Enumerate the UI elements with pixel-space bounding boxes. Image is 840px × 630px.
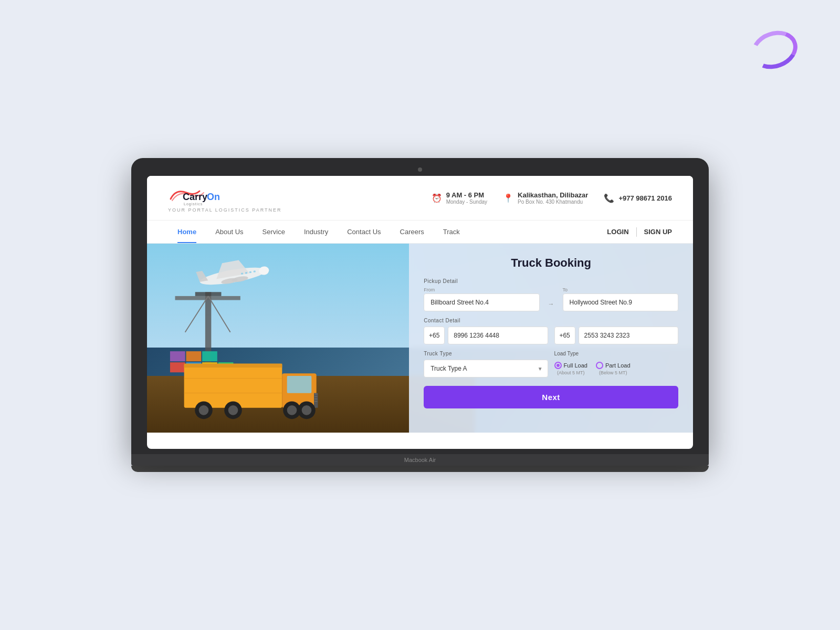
nav-careers[interactable]: Careers: [391, 220, 434, 243]
contact-row: [424, 327, 678, 344]
from-field: From: [424, 287, 539, 311]
signup-link[interactable]: SIGN UP: [644, 228, 672, 236]
laptop-screen: Carry On Logistics YOUR PORTAL LOGISTICS…: [147, 176, 693, 449]
phone-icon: 📞: [604, 193, 614, 203]
arrow-icon: →: [546, 287, 556, 311]
nav-auth: LOGIN SIGN UP: [607, 227, 672, 237]
svg-point-40: [287, 405, 297, 415]
hours-main: 9 AM - 6 PM: [446, 191, 487, 199]
phone1-number[interactable]: [448, 327, 548, 344]
truck-type-select[interactable]: Truck Type A Truck Type B Truck Type C: [424, 360, 548, 377]
phone1-field: [424, 327, 548, 344]
contact-section: Contact Detail: [424, 318, 678, 344]
pickup-section: Pickup Detail From → To: [424, 278, 678, 311]
phone-main: +977 98671 2016: [618, 194, 672, 202]
laptop-body: Carry On Logistics YOUR PORTAL LOGISTICS…: [131, 158, 709, 454]
truck-area: [174, 349, 321, 433]
svg-text:Logistics: Logistics: [184, 202, 203, 206]
svg-text:Carry: Carry: [183, 192, 207, 202]
full-load-sub: (About 5 MT): [557, 370, 585, 375]
full-load-option[interactable]: Full Load (About 5 MT): [554, 362, 587, 375]
truck-svg: [174, 349, 321, 433]
nav-contact[interactable]: Contact Us: [338, 220, 390, 243]
to-input[interactable]: [563, 293, 678, 311]
svg-line-7: [208, 296, 230, 332]
part-load-radio[interactable]: [596, 362, 603, 369]
nav-industry[interactable]: Industry: [295, 220, 338, 243]
svg-rect-29: [287, 376, 312, 393]
load-type-label: Load Type: [554, 351, 678, 356]
nav-divider: [636, 227, 637, 237]
svg-rect-27: [184, 364, 282, 368]
info-address: 📍 Kalikasthan, Dilibazar Po Box No. 430 …: [503, 191, 588, 205]
nav-bar: Home About Us Service Industry Contact U…: [147, 220, 693, 244]
laptop-camera: [418, 167, 422, 172]
nav-links: Home About Us Service Industry Contact U…: [168, 220, 469, 243]
svg-point-38: [228, 405, 238, 415]
laptop-base: [131, 454, 709, 466]
logo-area: Carry On Logistics YOUR PORTAL LOGISTICS…: [168, 183, 282, 213]
address-sub: Po Box No. 430 Khatmandu: [518, 199, 588, 205]
booking-title: Truck Booking: [424, 256, 678, 270]
svg-rect-30: [314, 393, 318, 408]
truck-load-row: Truck Type Truck Type A Truck Type B Tru…: [424, 351, 678, 377]
login-link[interactable]: LOGIN: [607, 228, 628, 236]
to-field: To: [563, 287, 678, 311]
part-load-sub: (Below 5 MT): [599, 370, 627, 375]
booking-form: Truck Booking Pickup Detail From →: [409, 244, 693, 433]
nav-about[interactable]: About Us: [206, 220, 253, 243]
phone2-code[interactable]: [554, 327, 575, 344]
svg-point-36: [199, 405, 209, 415]
load-options: Full Load (About 5 MT) Part Load: [554, 360, 678, 375]
nav-home[interactable]: Home: [168, 220, 206, 243]
contact-label: Contact Detail: [424, 318, 678, 323]
load-type-section: Load Type Full Load (About 5 MT): [554, 351, 678, 377]
address-main: Kalikasthan, Dilibazar: [518, 191, 588, 199]
full-load-radio[interactable]: [554, 362, 562, 369]
laptop-stand: [131, 466, 709, 472]
svg-marker-18: [196, 270, 208, 282]
phone1-code[interactable]: [424, 327, 445, 344]
from-sub-label: From: [424, 287, 539, 292]
pickup-label: Pickup Detail: [424, 278, 678, 284]
hero-section: Truck Booking Pickup Detail From →: [147, 244, 693, 433]
svg-text:On: On: [207, 192, 220, 202]
svg-point-42: [302, 405, 312, 415]
truck-type-label: Truck Type: [424, 351, 548, 356]
header-info: ⏰ 9 AM - 6 PM Monday - Sunday 📍 Kalikast…: [432, 191, 672, 205]
to-sub-label: To: [563, 287, 678, 292]
phone2-number[interactable]: [579, 327, 678, 344]
from-input[interactable]: [424, 293, 539, 311]
logo-tagline: YOUR PORTAL LOGISTICS PARTNER: [168, 207, 282, 213]
logo-icon: Carry On Logistics: [168, 183, 220, 206]
part-load-label: Part Load: [605, 362, 631, 369]
phone2-group: [554, 327, 678, 344]
info-hours: ⏰ 9 AM - 6 PM Monday - Sunday: [432, 191, 487, 205]
header-top: Carry On Logistics YOUR PORTAL LOGISTICS…: [147, 176, 693, 220]
nav-service[interactable]: Service: [253, 220, 295, 243]
info-phone: 📞 +977 98671 2016: [604, 193, 672, 203]
truck-type-section: Truck Type Truck Type A Truck Type B Tru…: [424, 351, 548, 377]
svg-rect-26: [184, 364, 282, 408]
clock-icon: ⏰: [432, 193, 442, 203]
nav-track[interactable]: Track: [434, 220, 469, 243]
next-button[interactable]: Next: [424, 386, 678, 408]
truck-type-select-wrap: Truck Type A Truck Type B Truck Type C ▼: [424, 360, 548, 377]
website: Carry On Logistics YOUR PORTAL LOGISTICS…: [147, 176, 693, 449]
phone1-group: [424, 327, 548, 344]
hours-sub: Monday - Sunday: [446, 199, 487, 205]
full-load-label: Full Load: [564, 362, 587, 369]
part-load-option[interactable]: Part Load (Below 5 MT): [596, 362, 631, 375]
location-icon: 📍: [503, 193, 513, 203]
laptop-wrapper: Carry On Logistics YOUR PORTAL LOGISTICS…: [131, 158, 709, 472]
full-load-row: Full Load: [554, 362, 587, 369]
decorative-ring: [746, 25, 803, 76]
phone2-field: [554, 327, 678, 344]
pickup-row: From → To: [424, 287, 678, 311]
part-load-row: Part Load: [596, 362, 631, 369]
